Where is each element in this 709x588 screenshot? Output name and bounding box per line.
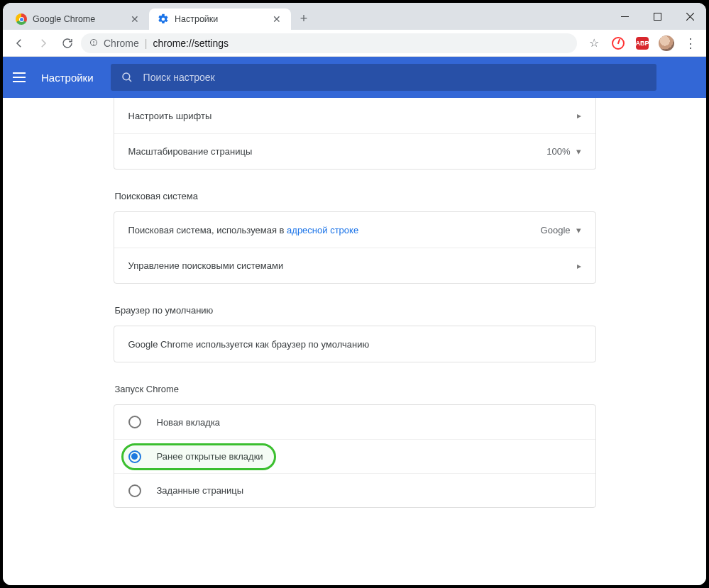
browser-menu-button[interactable]: ⋮ bbox=[681, 33, 700, 53]
reload-button[interactable] bbox=[57, 33, 78, 54]
svg-point-2 bbox=[94, 43, 94, 44]
site-info-icon[interactable] bbox=[89, 38, 98, 49]
close-icon[interactable]: ✕ bbox=[271, 13, 282, 26]
startup-card: Новая вкладка Ранее открытые вкладки Зад… bbox=[114, 404, 596, 508]
adblock-extension-icon[interactable]: ABP bbox=[632, 33, 652, 53]
search-engine-row[interactable]: Поисковая система, используемая в адресн… bbox=[114, 212, 595, 248]
section-title-default-browser: Браузер по умолчанию bbox=[115, 305, 596, 316]
default-browser-row: Google Chrome используется как браузер п… bbox=[114, 326, 595, 362]
search-icon bbox=[121, 71, 133, 84]
tab-settings[interactable]: Настройки ✕ bbox=[149, 9, 291, 30]
close-window-button[interactable] bbox=[674, 3, 706, 30]
chevron-right-icon: ▸ bbox=[577, 261, 581, 271]
chrome-icon bbox=[16, 13, 27, 25]
gear-icon bbox=[158, 13, 169, 25]
yandex-extension-icon[interactable] bbox=[608, 33, 628, 53]
browser-window: Google Chrome ✕ Настройки ✕ + bbox=[3, 3, 706, 585]
omnibox-url: chrome://settings bbox=[153, 38, 229, 49]
dropdown-caret-icon[interactable]: ▾ bbox=[576, 225, 581, 235]
page-zoom-row[interactable]: Масштабирование страницы 100% ▾ bbox=[114, 133, 595, 169]
toolbar: Chrome | chrome://settings ☆ ABP ⋮ bbox=[3, 30, 706, 57]
minimize-button[interactable] bbox=[608, 3, 641, 30]
address-bar-link[interactable]: адресной строке bbox=[287, 225, 358, 235]
manage-search-engines-row[interactable]: Управление поисковыми системами ▸ bbox=[114, 248, 595, 283]
new-tab-button[interactable]: + bbox=[294, 9, 314, 28]
option-label: Новая вкладка bbox=[157, 417, 221, 428]
titlebar: Google Chrome ✕ Настройки ✕ + bbox=[3, 3, 706, 30]
forward-button[interactable] bbox=[33, 33, 54, 54]
svg-rect-0 bbox=[654, 13, 661, 20]
page-title: Настройки bbox=[41, 72, 94, 84]
appearance-card: Настроить шрифты ▸ Масштабирование стран… bbox=[114, 98, 596, 170]
section-title-search-engine: Поисковая система bbox=[115, 191, 596, 201]
row-label: Поисковая система, используемая в адресн… bbox=[128, 225, 359, 235]
row-label: Управление поисковыми системами bbox=[128, 260, 284, 271]
settings-search-input[interactable] bbox=[143, 72, 647, 83]
chevron-right-icon: ▸ bbox=[577, 111, 581, 121]
tab-label: Настройки bbox=[175, 14, 265, 24]
section-title-startup: Запуск Chrome bbox=[115, 384, 596, 394]
option-label: Ранее открытые вкладки bbox=[157, 451, 263, 462]
startup-option-continue[interactable]: Ранее открытые вкладки bbox=[114, 439, 595, 473]
omnibox-separator: | bbox=[145, 38, 148, 49]
omnibox-chip: Chrome bbox=[104, 38, 139, 49]
settings-body[interactable]: Настроить шрифты ▸ Масштабирование стран… bbox=[3, 98, 706, 585]
radio-icon bbox=[128, 416, 141, 428]
window-controls bbox=[608, 3, 706, 30]
option-label: Заданные страницы bbox=[157, 485, 244, 496]
dropdown-caret-icon[interactable]: ▾ bbox=[576, 146, 581, 157]
tab-label: Google Chrome bbox=[33, 14, 123, 24]
startup-option-specific-pages[interactable]: Заданные страницы bbox=[114, 473, 595, 507]
row-label: Настроить шрифты bbox=[128, 111, 212, 121]
back-button[interactable] bbox=[9, 33, 30, 54]
maximize-button[interactable] bbox=[641, 3, 674, 30]
row-label: Google Chrome используется как браузер п… bbox=[128, 339, 370, 350]
radio-icon bbox=[128, 450, 141, 463]
menu-button[interactable] bbox=[13, 69, 30, 86]
address-bar[interactable]: Chrome | chrome://settings bbox=[81, 33, 577, 53]
tab-google-chrome[interactable]: Google Chrome ✕ bbox=[7, 9, 149, 30]
default-browser-card: Google Chrome используется как браузер п… bbox=[114, 326, 596, 362]
search-engine-card: Поисковая система, используемая в адресн… bbox=[114, 211, 596, 284]
zoom-value: 100% bbox=[546, 146, 570, 157]
row-label: Масштабирование страницы bbox=[128, 146, 253, 157]
tab-strip: Google Chrome ✕ Настройки ✕ + bbox=[3, 3, 608, 30]
settings-header: Настройки bbox=[3, 57, 706, 98]
bookmark-star-icon[interactable]: ☆ bbox=[584, 33, 604, 53]
startup-option-new-tab[interactable]: Новая вкладка bbox=[114, 405, 595, 439]
radio-icon bbox=[128, 484, 141, 497]
customize-fonts-row[interactable]: Настроить шрифты ▸ bbox=[114, 98, 595, 133]
close-icon[interactable]: ✕ bbox=[129, 13, 141, 26]
profile-avatar[interactable] bbox=[656, 33, 676, 53]
settings-search[interactable] bbox=[111, 64, 656, 91]
search-engine-value: Google bbox=[541, 225, 571, 235]
toolbar-actions: ☆ ABP ⋮ bbox=[580, 33, 700, 53]
svg-point-3 bbox=[123, 73, 130, 80]
